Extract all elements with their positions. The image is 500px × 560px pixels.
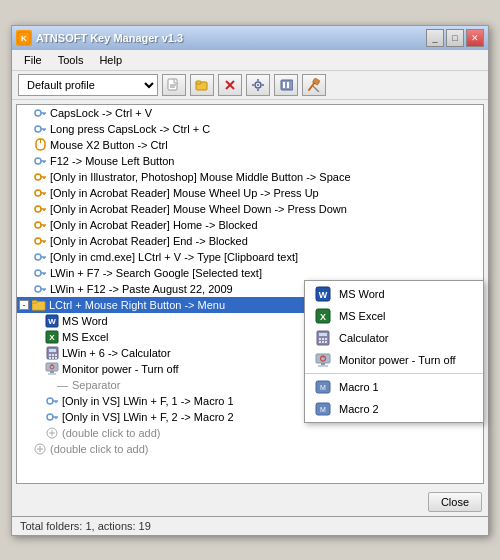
- tree-item[interactable]: [Only in Illustrator, Photoshop] Mouse M…: [17, 169, 483, 185]
- tree-item[interactable]: [Only in Acrobat Reader] Mouse Wheel Up …: [17, 185, 483, 201]
- tree-item-label: (double click to add): [62, 427, 160, 439]
- ctx-separator: [305, 373, 483, 374]
- menu-help[interactable]: Help: [91, 52, 130, 68]
- ctx-item-macro1[interactable]: M Macro 1: [305, 376, 483, 398]
- ctx-item-monitor-power[interactable]: Monitor power - Turn off: [305, 349, 483, 371]
- svg-point-75: [47, 398, 53, 404]
- tree-item[interactable]: Mouse X2 Button -> Ctrl: [17, 137, 483, 153]
- app-filter-icon: [33, 186, 47, 200]
- menu-file[interactable]: File: [16, 52, 50, 68]
- tree-item-label: LWin + F7 -> Search Google [Selected tex…: [50, 267, 262, 279]
- tree-item-label: [Only in VS] LWin + F, 2 -> Macro 2: [62, 411, 234, 423]
- ctx-item-label: MS Excel: [339, 310, 385, 322]
- svg-text:W: W: [319, 290, 328, 300]
- monitor-power-icon: [45, 362, 59, 376]
- collapse-icon[interactable]: -: [19, 300, 29, 310]
- toolbar-tools-button[interactable]: [302, 74, 326, 96]
- ctx-item-calculator[interactable]: Calculator: [305, 327, 483, 349]
- minimize-button[interactable]: _: [426, 29, 444, 47]
- toolbar-new-button[interactable]: [162, 74, 186, 96]
- calculator-icon: [45, 346, 59, 360]
- tree-item-label: LWin + F12 -> Paste August 22, 2009: [50, 283, 233, 295]
- app-filter-icon: [45, 410, 59, 424]
- close-window-button[interactable]: ✕: [466, 29, 484, 47]
- ctx-item-label: MS Word: [339, 288, 385, 300]
- tree-item-label: MS Excel: [62, 331, 108, 343]
- title-bar: K ATNSOFT Key Manager v1.3 _ □ ✕: [12, 26, 488, 50]
- content-area: CapsLock -> Ctrl + V Long press CapsLock…: [12, 100, 488, 488]
- ctx-item-excel[interactable]: X MS Excel: [305, 305, 483, 327]
- macro-icon: M: [313, 401, 333, 417]
- excel-icon: X: [313, 308, 333, 324]
- close-button[interactable]: Close: [428, 492, 482, 512]
- svg-point-66: [55, 354, 57, 356]
- svg-point-95: [325, 338, 327, 340]
- status-text: Total folders: 1, actions: 19: [20, 520, 151, 532]
- separator-text: Separator: [72, 379, 120, 391]
- svg-point-44: [35, 238, 41, 244]
- profile-select[interactable]: Default profile: [18, 74, 158, 96]
- tree-item[interactable]: CapsLock -> Ctrl + V: [17, 105, 483, 121]
- svg-point-96: [319, 341, 321, 343]
- svg-rect-17: [287, 82, 289, 88]
- key-icon: [33, 122, 47, 136]
- svg-point-69: [55, 357, 57, 359]
- svg-point-38: [35, 206, 41, 212]
- tree-item[interactable]: [Only in Acrobat Reader] End -> Blocked: [17, 233, 483, 249]
- svg-text:W: W: [48, 317, 56, 326]
- ctx-item-macro2[interactable]: M Macro 2: [305, 398, 483, 420]
- tree-item-label: [Only in Acrobat Reader] End -> Blocked: [50, 235, 248, 247]
- word-icon: W: [313, 286, 333, 302]
- svg-point-47: [35, 254, 41, 260]
- svg-point-32: [35, 174, 41, 180]
- title-bar-left: K ATNSOFT Key Manager v1.3: [16, 30, 183, 46]
- add-icon: [33, 442, 47, 456]
- window-title: ATNSOFT Key Manager v1.3: [36, 32, 183, 44]
- svg-rect-63: [49, 349, 56, 352]
- svg-point-64: [49, 354, 51, 356]
- tree-add-item[interactable]: (double click to add): [17, 441, 483, 457]
- tree-item-label: LCtrl + Mouse Right Button -> Menu: [49, 299, 225, 311]
- svg-rect-92: [319, 333, 327, 336]
- tree-item[interactable]: [Only in Acrobat Reader] Home -> Blocked: [17, 217, 483, 233]
- tree-add-item[interactable]: (double click to add): [17, 425, 483, 441]
- tree-item[interactable]: [Only in Acrobat Reader] Mouse Wheel Dow…: [17, 201, 483, 217]
- folder-open-icon: [32, 298, 46, 312]
- app-filter-icon: [33, 218, 47, 232]
- svg-point-94: [322, 338, 324, 340]
- svg-point-21: [35, 110, 41, 116]
- svg-line-20: [313, 86, 319, 92]
- svg-rect-16: [283, 82, 285, 88]
- key-icon: [33, 106, 47, 120]
- tree-item[interactable]: LWin + F7 -> Search Google [Selected tex…: [17, 265, 483, 281]
- tree-item-label: [Only in VS] LWin + F, 1 -> Macro 1: [62, 395, 234, 407]
- tree-item[interactable]: [Only in cmd.exe] LCtrl + V -> Type [Cli…: [17, 249, 483, 265]
- toolbar-open-button[interactable]: [190, 74, 214, 96]
- ctx-item-label: Calculator: [339, 332, 389, 344]
- svg-rect-100: [321, 363, 325, 365]
- calculator-icon: [313, 330, 333, 346]
- maximize-button[interactable]: □: [446, 29, 464, 47]
- svg-text:K: K: [21, 34, 27, 43]
- app-filter-icon: [33, 170, 47, 184]
- svg-text:M: M: [320, 406, 326, 413]
- svg-rect-99: [316, 354, 330, 363]
- menu-tools[interactable]: Tools: [50, 52, 92, 68]
- svg-point-10: [257, 84, 259, 86]
- toolbar-pause-button[interactable]: [274, 74, 298, 96]
- svg-point-41: [35, 222, 41, 228]
- key-icon: [33, 282, 47, 296]
- svg-point-24: [35, 126, 41, 132]
- toolbar-delete-button[interactable]: [218, 74, 242, 96]
- svg-point-29: [35, 158, 41, 164]
- app-icon: K: [16, 30, 32, 46]
- toolbar-settings-button[interactable]: [246, 74, 270, 96]
- tree-item[interactable]: F12 -> Mouse Left Button: [17, 153, 483, 169]
- tree-item[interactable]: Long press CapsLock -> Ctrl + C: [17, 121, 483, 137]
- context-menu: W MS Word X MS Excel: [304, 280, 484, 423]
- ctx-item-word[interactable]: W MS Word: [305, 283, 483, 305]
- toolbar: Default profile: [12, 71, 488, 100]
- svg-text:X: X: [320, 312, 326, 322]
- svg-point-65: [52, 354, 54, 356]
- tree-item-label: [Only in cmd.exe] LCtrl + V -> Type [Cli…: [50, 251, 298, 263]
